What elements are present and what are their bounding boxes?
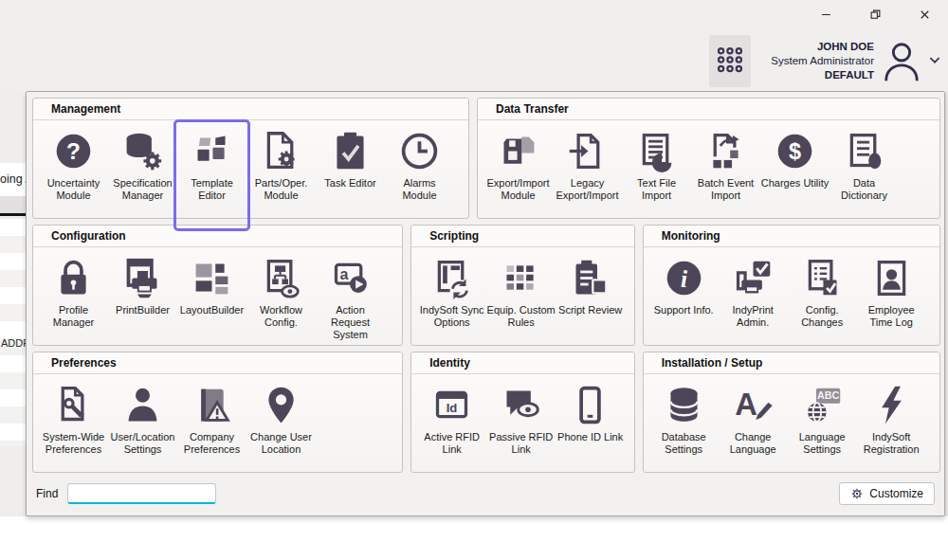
menu-item-indysoft-sync-options[interactable]: IndySoft Sync Options (417, 249, 486, 342)
svg-text:i: i (681, 264, 687, 291)
menu-item-label: Specification Manager (108, 177, 177, 202)
menu-item-text-file-import[interactable]: Text File Import (622, 122, 691, 215)
menu-item-action-request-system[interactable]: aAction Request System (316, 249, 385, 342)
database-settings-icon (663, 381, 705, 428)
svg-text:ABC: ABC (817, 389, 840, 401)
menu-item-label: Template Editor (177, 177, 246, 202)
menu-item-specification-manager[interactable]: Specification Manager (108, 122, 177, 215)
menu-item-database-settings[interactable]: Database Settings (649, 376, 719, 469)
menu-item-profile-manager[interactable]: Profile Manager (39, 249, 108, 342)
active-rfid-link-icon: Id (430, 381, 473, 428)
menu-item-label: Active RFID Link (417, 431, 486, 456)
indysoft-registration-icon (870, 381, 913, 428)
menu-item-label: Text File Import (622, 177, 691, 202)
menu-item-label: Phone ID Link (557, 431, 623, 443)
svg-text:Id: Id (447, 400, 458, 414)
menu-item-label: Company Preferences (177, 431, 246, 456)
background-window-sliver: oing A ADDR (0, 91, 26, 516)
user-menu-chevron[interactable] (925, 52, 944, 71)
menu-item-parts-oper-module[interactable]: Parts/Oper. Module (246, 122, 316, 215)
menu-item-layoutbuilder[interactable]: LayoutBuilder (177, 249, 246, 342)
menu-item-legacy-export-import[interactable]: Legacy Export/Import (553, 122, 622, 215)
menu-item-language-settings[interactable]: ABCLanguage Settings (788, 376, 857, 469)
menu-item-config-changes[interactable]: Config. Changes (788, 249, 857, 342)
user-info: JOHN DOE System Administrator DEFAULT (753, 40, 874, 82)
customize-button[interactable]: Customize (839, 482, 935, 505)
apps-grid-button[interactable] (709, 35, 751, 87)
phone-id-link-icon (569, 381, 611, 428)
menu-item-label: Language Settings (788, 431, 857, 456)
close-icon (918, 8, 932, 25)
svg-text:?: ? (66, 137, 81, 163)
menu-item-label: Parts/Oper. Module (246, 177, 316, 202)
menu-item-export-import-module[interactable]: Export/Import Module (483, 122, 553, 215)
menu-item-uncertainty-module[interactable]: ?Uncertainty Module (39, 122, 108, 215)
menu-item-label: Passive RFID Link (486, 431, 556, 456)
menu-item-employee-time-log[interactable]: Employee Time Log (857, 249, 926, 342)
close-button[interactable] (910, 4, 939, 28)
find-input[interactable] (67, 483, 216, 504)
group-configuration: Configuration Profile ManagerPrintBuilde… (32, 225, 403, 346)
restore-icon (868, 8, 883, 25)
background-cell-fragment: ADDR (1, 337, 26, 349)
equip-custom-rules-icon (500, 254, 542, 301)
script-review-icon (569, 254, 611, 301)
language-settings-icon: ABC (801, 381, 844, 428)
menu-item-label: Charges Utility (761, 177, 830, 190)
indysoft-sync-options-icon (430, 254, 473, 301)
menu-row-3: Preferences System-Wide PreferencesUser/… (32, 352, 940, 473)
menu-item-workflow-config[interactable]: Workflow Config. (246, 249, 316, 342)
menu-item-label: Config. Changes (788, 304, 857, 329)
group-title: Identity (411, 352, 634, 374)
menu-item-script-review[interactable]: Script Review (556, 249, 625, 342)
menu-item-label: System-Wide Preferences (39, 431, 108, 456)
restore-button[interactable] (861, 4, 889, 28)
menu-item-label: User/Location Settings (108, 431, 177, 456)
menu-item-batch-event-import[interactable]: Batch Event Import (691, 122, 760, 215)
menu-item-company-preferences[interactable]: Company Preferences (177, 376, 246, 469)
window-controls (811, 4, 939, 28)
menu-item-support-info[interactable]: iSupport Info. (649, 249, 719, 342)
group-title: Monitoring (644, 226, 939, 247)
change-user-location-icon (260, 381, 302, 428)
minimize-icon (819, 8, 833, 25)
menu-item-phone-id-link[interactable]: Phone ID Link (556, 376, 625, 469)
menu-item-active-rfid-link[interactable]: IdActive RFID Link (417, 376, 486, 469)
menu-item-label: Action Request System (316, 304, 385, 341)
menu-item-indysoft-registration[interactable]: IndySoft Registration (857, 376, 926, 469)
menu-item-template-editor[interactable]: Template Editor (177, 122, 246, 215)
menu-item-user-location-settings[interactable]: User/Location Settings (108, 376, 177, 469)
menu-item-equip-custom-rules[interactable]: Equip. Custom Rules (486, 249, 556, 342)
user-avatar-icon[interactable] (878, 37, 925, 86)
background-bottom-area (0, 516, 948, 560)
menu-item-indyprint-admin[interactable]: IndyPrint Admin. (719, 249, 788, 342)
menu-item-label: Change Language (719, 431, 788, 456)
task-editor-icon (329, 127, 372, 174)
export-import-module-icon (497, 127, 539, 174)
charges-utility-icon: $ (774, 127, 816, 174)
menu-item-change-language[interactable]: AChange Language (719, 376, 788, 469)
system-wide-preferences-icon (52, 381, 95, 428)
config-changes-icon (801, 254, 844, 301)
text-file-import-icon (635, 127, 678, 174)
minimize-button[interactable] (811, 4, 840, 28)
parts-oper-module-icon (260, 127, 302, 174)
menu-item-task-editor[interactable]: Task Editor (316, 122, 385, 215)
menu-item-printbuilder[interactable]: PrintBuilder (108, 249, 177, 342)
menu-item-data-dictionary[interactable]: Data Dictionary (830, 122, 899, 215)
company-preferences-icon (191, 381, 233, 428)
group-preferences: Preferences System-Wide PreferencesUser/… (32, 352, 403, 473)
menu-item-label: LayoutBuilder (180, 304, 244, 316)
menu-item-label: Script Review (558, 304, 622, 316)
menu-item-system-wide-preferences[interactable]: System-Wide Preferences (39, 376, 108, 469)
menu-item-charges-utility[interactable]: $Charges Utility (760, 122, 830, 215)
find-label: Find (36, 487, 58, 500)
background-grid-rows (0, 219, 26, 446)
svg-text:$: $ (789, 138, 801, 163)
legacy-export-import-icon (566, 127, 609, 174)
uncertainty-icon: ? (52, 127, 95, 174)
menu-item-passive-rfid-link[interactable]: Passive RFID Link (486, 376, 556, 469)
menu-item-change-user-location[interactable]: Change User Location (246, 376, 316, 469)
admin-menu-panel: Management ?Uncertainty ModuleSpecificat… (26, 91, 945, 516)
menu-item-alarms-module[interactable]: Alarms Module (385, 122, 454, 215)
